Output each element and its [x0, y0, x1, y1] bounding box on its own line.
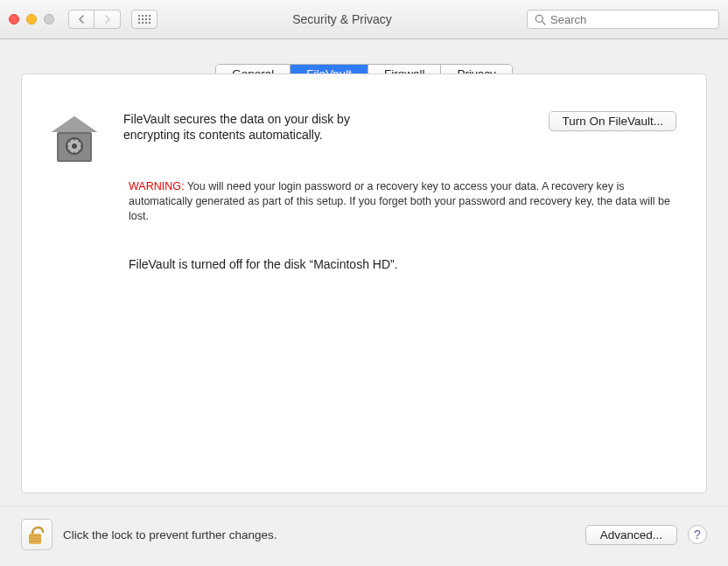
- search-input[interactable]: [550, 13, 711, 26]
- filevault-icon: [46, 111, 102, 167]
- advanced-button[interactable]: Advanced...: [585, 525, 677, 545]
- svg-point-12: [80, 145, 82, 147]
- lock-button[interactable]: [21, 519, 52, 550]
- nav-buttons: [68, 10, 121, 29]
- warning-text: You will need your login password or a r…: [129, 180, 670, 222]
- filevault-text-block: FileVault secures the data on your disk …: [123, 111, 528, 143]
- close-window-button[interactable]: [9, 14, 19, 24]
- svg-point-15: [78, 141, 80, 143]
- maximize-window-button: [44, 14, 54, 24]
- svg-point-9: [74, 139, 75, 141]
- svg-rect-18: [29, 535, 41, 536]
- traffic-lights: [9, 14, 54, 24]
- svg-point-13: [69, 141, 71, 143]
- filevault-status: FileVault is turned off for the disk “Ma…: [129, 257, 676, 271]
- footer: Click the lock to prevent further change…: [0, 506, 728, 566]
- minimize-window-button[interactable]: [26, 14, 37, 24]
- warning-label: WARNING:: [129, 180, 184, 192]
- svg-rect-19: [29, 538, 41, 539]
- search-icon: [535, 14, 546, 25]
- svg-line-1: [542, 21, 546, 24]
- back-button[interactable]: [68, 10, 94, 29]
- unlocked-padlock-icon: [26, 522, 47, 547]
- svg-point-16: [69, 150, 71, 151]
- toolbar: Security & Privacy: [0, 0, 728, 39]
- svg-rect-20: [29, 541, 41, 542]
- panel-filevault: FileVault secures the data on your disk …: [21, 73, 707, 493]
- svg-point-14: [78, 150, 80, 151]
- filevault-description: FileVault secures the data on your disk …: [123, 111, 403, 143]
- content-area: General FileVault Firewall Privacy: [0, 39, 728, 493]
- svg-point-8: [72, 143, 77, 149]
- svg-point-10: [74, 152, 75, 154]
- filevault-header-row: FileVault secures the data on your disk …: [52, 111, 676, 167]
- svg-marker-3: [52, 116, 97, 132]
- svg-point-11: [67, 145, 69, 147]
- chevron-right-icon: [103, 15, 111, 24]
- help-button[interactable]: ?: [688, 525, 707, 544]
- grid-icon: [138, 15, 150, 24]
- window-title: Security & Privacy: [164, 12, 520, 26]
- chevron-left-icon: [78, 15, 86, 24]
- lock-hint-text: Click the lock to prevent further change…: [63, 528, 575, 542]
- filevault-warning: WARNING: You will need your login passwo…: [129, 179, 676, 224]
- turn-on-filevault-button[interactable]: Turn On FileVault...: [549, 111, 676, 131]
- forward-button[interactable]: [94, 10, 121, 29]
- search-field[interactable]: [527, 10, 719, 29]
- show-all-button[interactable]: [131, 10, 158, 29]
